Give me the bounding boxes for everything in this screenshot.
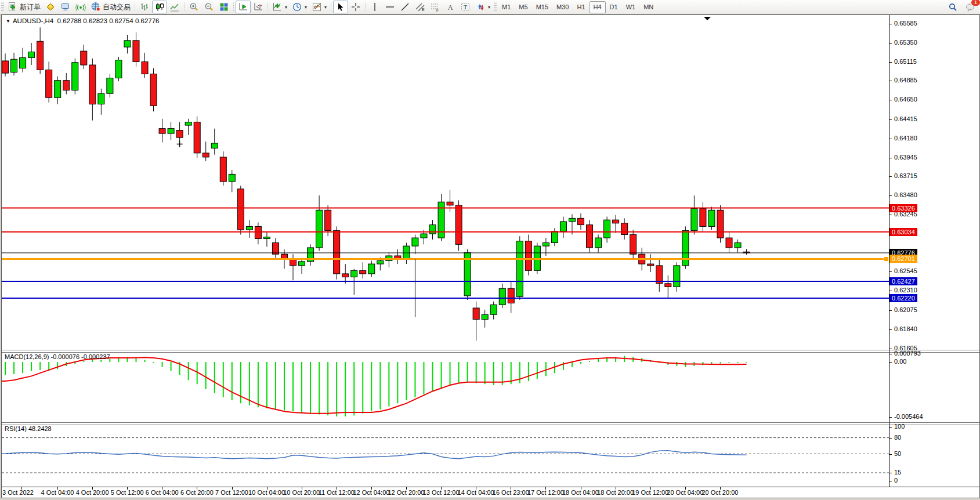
zoom-in-button[interactable] [186, 1, 201, 13]
axis-tick [889, 271, 892, 272]
zoom-out-button[interactable] [201, 1, 216, 13]
time-tick-label: 18 Oct 04:00 [562, 489, 599, 496]
signal-button[interactable] [73, 1, 88, 13]
new-order-button[interactable]: 新订单 [5, 1, 43, 13]
price-tick-label: 0.64885 [894, 77, 917, 84]
time-axis-tick [92, 487, 93, 490]
timeframe-mn-button[interactable]: MN [639, 1, 657, 13]
toolbar-separator [365, 2, 366, 12]
trendline-button[interactable] [397, 1, 413, 13]
svg-text:T: T [464, 4, 467, 10]
time-axis-tick [371, 487, 372, 490]
main-toolbar: 新订单自动交易▾▾▾EFAT▾ M1M5M15M30H1H4D1W1MN 1 [0, 0, 980, 15]
timeframe-m1-button[interactable]: M1 [498, 1, 515, 13]
axis-tick [889, 438, 892, 439]
templates-button[interactable]: ▾ [309, 1, 329, 13]
macd-tick-label: 0.000793 [894, 350, 921, 357]
price-tick-label: 0.64650 [894, 96, 917, 103]
time-tick-label: 4 Oct 20:00 [76, 489, 109, 496]
time-tick-label: 6 Oct 20:00 [180, 489, 214, 496]
gold-button[interactable] [43, 1, 58, 13]
chat-button[interactable]: 1 [963, 1, 978, 13]
time-axis-tick [441, 487, 442, 490]
hline-icon [385, 2, 395, 12]
macd-pane[interactable] [2, 352, 889, 422]
time-axis-tick [127, 487, 128, 490]
toolbar-separator [267, 2, 268, 12]
macd-label: MACD(12,26,9) -0.000076 -0.000237 [5, 353, 110, 360]
chart-shift-icon [253, 2, 263, 12]
auto-scroll-button[interactable] [236, 1, 251, 13]
timeframe-h4-button[interactable]: H4 [590, 1, 606, 13]
axis-tick [889, 195, 892, 196]
tile-windows-button[interactable] [216, 1, 232, 13]
timeframe-toolbar: M1M5M15M30H1H4D1W1MN [498, 1, 657, 13]
bar-chart-button[interactable] [137, 1, 152, 13]
chevron-down-icon[interactable]: ▾ [305, 5, 307, 10]
price-tick-label: 0.64180 [894, 135, 917, 142]
candle-chart-icon [154, 2, 165, 12]
time-axis-tick [232, 487, 233, 490]
time-tick-label: 11 Oct 12:00 [319, 489, 355, 496]
timeframe-h1-button[interactable]: H1 [573, 1, 589, 13]
candle-chart-button[interactable] [152, 1, 167, 13]
time-axis-tick [476, 487, 476, 490]
toolbar-right: 1 [946, 0, 978, 14]
timeframe-drag-handle[interactable] [494, 2, 497, 12]
terminal-button[interactable] [58, 1, 73, 13]
time-tick-label: 20 Oct 20:00 [701, 489, 738, 496]
price-tick-label: 0.65115 [894, 58, 917, 65]
crosshair-button[interactable] [348, 1, 363, 13]
chart-window: ▼AUDUSD-,H4 0.62788 0.62823 0.62754 0.62… [1, 15, 980, 498]
timeframe-d1-button[interactable]: D1 [606, 1, 622, 13]
arrows-button[interactable]: ▾ [473, 1, 493, 13]
price-tick-label: 0.64415 [894, 115, 917, 122]
chevron-down-icon[interactable]: ▾ [324, 5, 327, 10]
autotrading-button[interactable]: 自动交易 [88, 1, 133, 13]
text-button[interactable]: A [443, 1, 458, 13]
timeframe-m15-button[interactable]: M15 [532, 1, 552, 13]
rsi-pane[interactable] [2, 424, 889, 487]
hline-button[interactable] [382, 1, 397, 13]
price-tick-label: 0.62075 [894, 306, 917, 313]
price-tick-label: 0.61840 [894, 325, 917, 332]
rsi-tick-label: 0 [894, 477, 898, 484]
timeframe-w1-button[interactable]: W1 [622, 1, 640, 13]
time-tick-label: 6 Oct 04:00 [146, 489, 179, 496]
fibonacci-button[interactable]: F [428, 1, 443, 13]
toolbar-drag-handle[interactable] [1, 2, 4, 12]
signal-icon [75, 2, 86, 12]
price-tick-label: 0.62545 [894, 267, 917, 274]
line-chart-button[interactable] [167, 1, 182, 13]
text-label-button[interactable]: T [458, 1, 473, 13]
chart-ohlc-title[interactable]: ▼AUDUSD-,H4 0.62788 0.62823 0.62754 0.62… [6, 17, 159, 24]
axis-tick [889, 291, 892, 291]
timeframe-m5-button[interactable]: M5 [515, 1, 531, 13]
vline-button[interactable] [367, 1, 382, 13]
time-tick-label: 10 Oct 20:00 [283, 489, 320, 496]
search-button[interactable] [946, 1, 960, 13]
rsi-tick-label: 15 [894, 469, 901, 476]
cursor-button[interactable] [333, 1, 348, 13]
rsi-tick-label: 50 [894, 450, 901, 457]
indicators-button[interactable]: ▾ [270, 1, 290, 13]
price-level-badge: 0.63034 [889, 228, 917, 236]
orange-line-anchor[interactable] [884, 256, 889, 262]
channel-button[interactable]: E [413, 1, 428, 13]
main-chart-pane[interactable] [2, 15, 889, 350]
gold-icon [45, 2, 56, 12]
timeframe-m30-button[interactable]: M30 [552, 1, 573, 13]
price-tick-label: 0.65350 [894, 39, 917, 46]
time-axis-tick [21, 487, 22, 490]
time-axis-tick [267, 487, 267, 490]
chart-ohlc-values: 0.62788 0.62823 0.62754 0.62776 [57, 17, 160, 24]
terminal-icon [60, 2, 71, 12]
chart-menu-icon[interactable]: ▼ [6, 19, 10, 24]
chevron-down-icon[interactable]: ▾ [285, 5, 287, 10]
chevron-down-icon[interactable]: ▾ [488, 5, 490, 10]
periods-button[interactable]: ▾ [290, 1, 309, 13]
time-axis-tick [581, 487, 581, 490]
chart-shift-button[interactable] [251, 1, 266, 13]
axis-tick [889, 349, 892, 349]
axis-tick [889, 310, 892, 311]
